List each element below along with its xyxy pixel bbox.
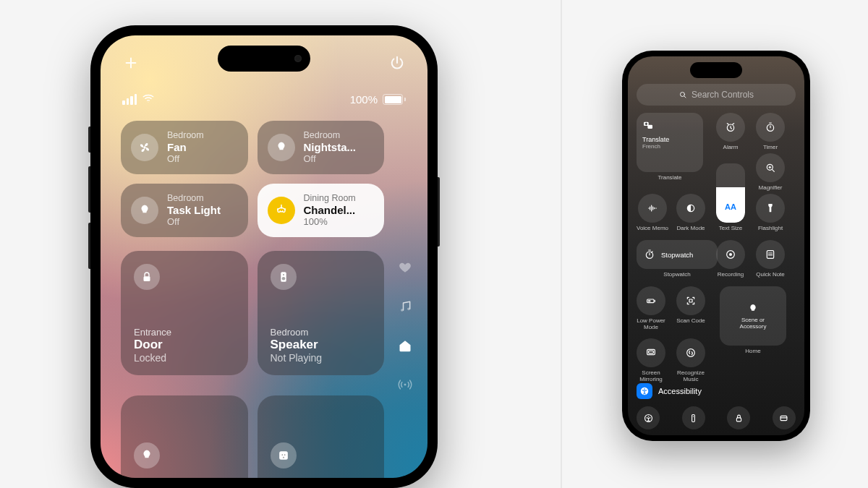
tile-dining-chandelier[interactable]: Dining Room Chandel... 100% xyxy=(258,184,385,237)
tile-state: Off xyxy=(167,216,221,227)
control-text-size[interactable]: AA Text Size xyxy=(716,163,745,232)
translate-icon xyxy=(642,120,654,132)
control-screen-mirroring[interactable]: Screen Mirroring xyxy=(637,338,665,383)
svg-rect-28 xyxy=(648,300,650,301)
control-low-power[interactable]: Low Power Mode xyxy=(637,286,665,331)
speaker-icon xyxy=(271,264,297,290)
battery-icon xyxy=(383,94,406,105)
shazam-icon xyxy=(685,347,697,359)
control-translate[interactable]: Translate French Translate xyxy=(637,113,703,181)
page-dot-remote[interactable] xyxy=(682,406,705,429)
alarm-icon xyxy=(725,121,736,133)
control-alarm[interactable]: Alarm xyxy=(716,113,745,151)
side-favorites-icon[interactable] xyxy=(397,260,413,275)
wifi-icon xyxy=(142,92,155,107)
svg-point-25 xyxy=(729,253,732,256)
bulb-icon xyxy=(747,303,759,314)
control-flashlight[interactable]: Flashlight xyxy=(756,194,785,232)
accessibility-icon xyxy=(637,383,652,399)
svg-point-11 xyxy=(284,454,285,455)
bulb-icon xyxy=(268,134,295,161)
svg-rect-12 xyxy=(283,457,284,458)
waveform-icon xyxy=(647,202,658,214)
side-home-icon[interactable] xyxy=(397,338,413,354)
add-control-button[interactable] xyxy=(122,54,140,72)
control-quick-note[interactable]: Quick Note xyxy=(756,240,785,278)
svg-point-16 xyxy=(680,93,684,97)
bulb-icon xyxy=(131,197,158,224)
svg-point-2 xyxy=(276,208,278,210)
dark-mode-icon xyxy=(685,202,697,214)
svg-point-32 xyxy=(687,349,695,357)
tile-bedroom-fan[interactable]: Bedroom Fan Off xyxy=(121,121,248,174)
svg-rect-40 xyxy=(781,416,788,420)
flashlight-icon xyxy=(765,202,776,214)
svg-rect-26 xyxy=(767,251,773,259)
tile-state: Locked xyxy=(134,352,235,364)
power-button[interactable] xyxy=(388,54,406,72)
svg-point-7 xyxy=(282,274,284,275)
battery-icon xyxy=(645,295,657,307)
search-controls-field[interactable]: Search Controls xyxy=(637,84,796,106)
accessibility-row[interactable]: Accessibility xyxy=(637,383,702,399)
battery-percent: 100% xyxy=(350,93,378,106)
tile-room: Bedroom xyxy=(271,327,372,338)
control-stopwatch[interactable]: Stopwatch Stopwatch xyxy=(637,240,718,278)
page-dot-accessibility[interactable] xyxy=(637,406,660,429)
phone-left-frame: 100% Bedroom Fan Off Bedroom xyxy=(90,25,438,488)
control-scene-accessory[interactable]: Scene or Accessory Home xyxy=(720,286,786,355)
qr-icon xyxy=(685,295,697,307)
svg-rect-37 xyxy=(692,414,695,421)
svg-point-0 xyxy=(148,102,149,103)
magnifier-icon xyxy=(765,162,776,174)
side-broadcast-icon[interactable] xyxy=(397,377,413,393)
svg-rect-39 xyxy=(736,417,741,421)
svg-rect-29 xyxy=(689,299,692,302)
tile-cut-outlet[interactable] xyxy=(258,395,385,478)
tile-name: Fan xyxy=(167,141,204,154)
tile-name: Chandel... xyxy=(304,204,356,217)
tile-state: 100% xyxy=(304,216,356,227)
tile-room: Entrance xyxy=(134,327,235,338)
tile-room: Bedroom xyxy=(167,130,204,141)
control-dark-mode[interactable]: Dark Mode xyxy=(676,194,705,232)
search-icon xyxy=(678,90,687,99)
tile-name: Door xyxy=(134,338,235,352)
control-scan-code[interactable]: Scan Code xyxy=(676,286,705,325)
record-icon xyxy=(725,249,736,260)
home-control-center-screen: 100% Bedroom Fan Off Bedroom xyxy=(101,35,427,478)
tile-bedroom-task-light[interactable]: Bedroom Task Light Off xyxy=(121,184,248,237)
control-recording[interactable]: Recording xyxy=(716,240,745,278)
tile-cut-light[interactable] xyxy=(121,395,248,478)
tile-bedroom-nightstand[interactable]: Bedroom Nightsta... Off xyxy=(258,121,385,174)
timer-icon xyxy=(765,121,776,133)
svg-rect-9 xyxy=(279,451,288,460)
tile-entrance-door[interactable]: Entrance Door Locked xyxy=(121,251,248,375)
tile-state: Not Playing xyxy=(271,352,372,364)
svg-point-10 xyxy=(281,454,283,455)
controls-gallery-screen: Search Controls Translate French Transla… xyxy=(628,56,804,435)
page-dot-lock[interactable] xyxy=(727,406,750,429)
svg-point-34 xyxy=(644,388,645,390)
page-dot-wallet[interactable] xyxy=(773,406,796,429)
tile-bedroom-speaker[interactable]: Bedroom Speaker Not Playing xyxy=(258,251,385,375)
svg-point-15 xyxy=(404,384,407,386)
control-magnifier[interactable]: Magnifier xyxy=(756,153,785,192)
svg-rect-5 xyxy=(144,276,150,281)
tile-room: Dining Room xyxy=(304,193,356,204)
mirroring-icon xyxy=(645,347,657,359)
control-timer[interactable]: Timer xyxy=(756,113,785,151)
tile-name: Task Light xyxy=(167,204,221,217)
dynamic-island xyxy=(218,46,310,72)
side-music-icon[interactable] xyxy=(397,299,413,314)
stopwatch-icon xyxy=(644,249,655,260)
svg-point-3 xyxy=(280,207,281,208)
control-voice-memo[interactable]: Voice Memo xyxy=(637,194,668,232)
tile-room: Bedroom xyxy=(304,130,357,141)
control-recognize-music[interactable]: Recognize Music xyxy=(676,338,705,383)
tile-state: Off xyxy=(167,153,204,164)
text-size-slider[interactable]: AA xyxy=(716,163,745,223)
dynamic-island xyxy=(690,62,742,78)
tile-room: Bedroom xyxy=(167,193,221,204)
chandelier-icon xyxy=(268,197,295,224)
